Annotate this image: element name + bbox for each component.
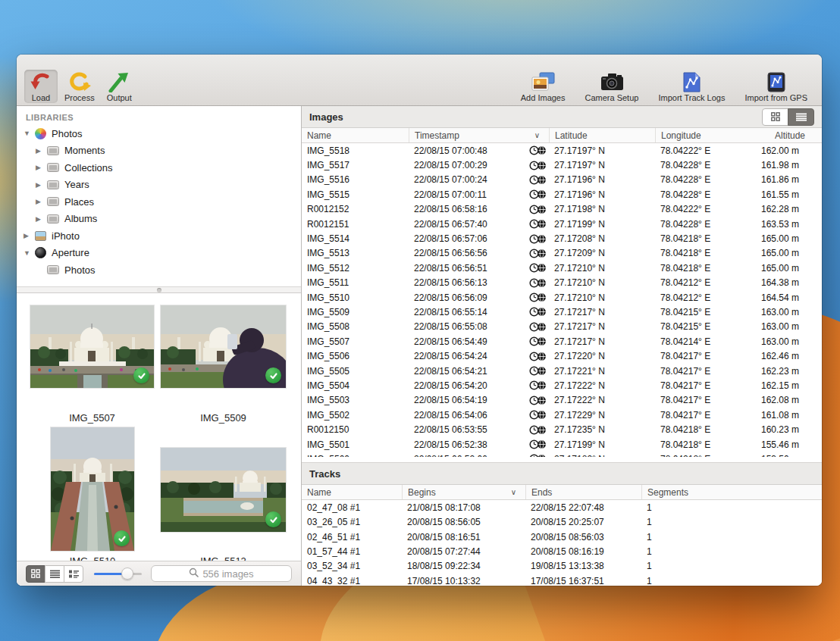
disclosure-triangle-icon[interactable] — [36, 215, 47, 223]
library-tree-item[interactable]: Photos — [17, 261, 301, 279]
process-button[interactable]: Process — [59, 70, 100, 103]
photo-thumbnail-img-5512[interactable] — [161, 448, 286, 532]
image-name-cell: IMG_5509 — [302, 307, 409, 317]
clock-globe-sync-icon — [529, 425, 547, 435]
image-altitude-cell: 161.55 m — [756, 189, 822, 200]
image-altitude-cell: 165.00 m — [756, 248, 822, 258]
image-latitude-cell: 27.17197° N — [549, 145, 655, 156]
images-list-view-button[interactable] — [788, 108, 814, 126]
image-latitude-cell: 27.17196° N — [549, 174, 655, 185]
image-table-row[interactable]: IMG_5500 22/08/15 06:52:06 27.17182° N 7… — [302, 452, 822, 457]
images-grid-view-button[interactable] — [762, 108, 788, 126]
image-timestamp-cell: 22/08/15 06:54:49 — [409, 336, 549, 347]
photo-thumbnail-img-5509[interactable] — [161, 305, 286, 388]
column-header-timestamp[interactable]: Timestamp — [409, 128, 549, 142]
library-tree-item[interactable]: Moments — [17, 142, 301, 160]
library-tree-item[interactable]: Albums — [17, 211, 301, 228]
disclosure-triangle-icon[interactable] — [36, 198, 47, 205]
image-table-row[interactable]: IMG_5518 22/08/15 07:00:48 27.17197° N 7… — [302, 143, 822, 158]
image-table-row[interactable]: IMG_5517 22/08/15 07:00:29 27.17197° N 7… — [302, 158, 822, 172]
import-track-logs-button[interactable]: Import Track Logs — [653, 70, 730, 103]
library-tree-item[interactable]: iPhoto — [17, 227, 301, 245]
library-tree-item[interactable]: Photos — [17, 125, 301, 142]
image-table-row[interactable]: IMG_5504 22/08/15 06:54:20 27.17222° N 7… — [302, 378, 822, 392]
image-table-row[interactable]: IMG_5514 22/08/15 06:57:06 27.17208° N 7… — [302, 231, 822, 245]
image-latitude-cell: 27.17210° N — [549, 277, 655, 288]
disclosure-triangle-icon[interactable] — [36, 164, 47, 171]
thumbnail-label: IMG_5509 — [161, 412, 286, 424]
track-table-row[interactable]: 03_26_05 #1 20/08/15 08:56:05 20/08/15 2… — [302, 514, 822, 529]
library-tree-item[interactable]: Years — [17, 177, 301, 194]
column-header-begins[interactable]: Begins — [402, 485, 525, 499]
list-view-button[interactable] — [45, 565, 64, 583]
disclosure-triangle-icon[interactable] — [36, 181, 47, 189]
image-altitude-cell: 155.46 m — [756, 439, 822, 450]
track-ends-cell: 20/08/15 08:56:03 — [525, 532, 641, 543]
image-name-cell: IMG_5512 — [302, 263, 409, 274]
sort-descending-icon — [511, 488, 516, 496]
image-table-row[interactable]: IMG_5511 22/08/15 06:56:13 27.17210° N 7… — [302, 276, 822, 290]
library-tree-item[interactable]: Aperture — [17, 245, 301, 262]
image-table-row[interactable]: IMG_5513 22/08/15 06:56:56 27.17209° N 7… — [302, 246, 822, 261]
toolbar-right-group: Add Images Camera Setup Import Track Log… — [516, 70, 814, 103]
track-table-row[interactable]: 02_46_51 #1 20/08/15 08:16:51 20/08/15 0… — [302, 530, 822, 544]
column-header-name[interactable]: Name — [302, 128, 409, 142]
thumbnail-size-slider[interactable] — [94, 568, 142, 580]
image-table-row[interactable]: IMG_5505 22/08/15 06:54:21 27.17221° N 7… — [302, 364, 822, 378]
track-table-row[interactable]: 02_47_08 #1 21/08/15 08:17:08 22/08/15 2… — [302, 500, 822, 514]
clock-globe-sync-icon — [529, 366, 547, 376]
disclosure-triangle-icon[interactable] — [36, 147, 47, 155]
image-table-row[interactable]: IMG_5510 22/08/15 06:56:09 27.17210° N 7… — [302, 290, 822, 305]
camera-icon — [598, 72, 625, 92]
library-tree-item[interactable]: Places — [17, 193, 301, 211]
image-timestamp-cell: 22/08/15 07:00:11 — [409, 189, 549, 200]
add-images-button[interactable]: Add Images — [516, 70, 571, 103]
image-table-row[interactable]: IMG_5509 22/08/15 06:55:14 27.17217° N 7… — [302, 305, 822, 319]
images-table: IMG_5518 22/08/15 07:00:48 27.17197° N 7… — [302, 143, 822, 457]
image-table-row[interactable]: IMG_5516 22/08/15 07:00:24 27.17196° N 7… — [302, 173, 822, 187]
image-table-row[interactable]: R0012151 22/08/15 06:57:40 27.17199° N 7… — [302, 217, 822, 231]
sidebar-splitter-handle[interactable] — [17, 286, 301, 293]
camera-setup-button[interactable]: Camera Setup — [579, 70, 644, 103]
column-header-segments[interactable]: Segments — [641, 485, 822, 499]
aperture-icon — [35, 247, 46, 258]
disclosure-triangle-icon[interactable] — [24, 232, 35, 239]
import-from-gps-button[interactable]: Import from GPS — [739, 70, 813, 103]
main-panel: Images Name Timestamp — [302, 106, 822, 586]
track-table-row[interactable]: 04_43_32 #1 17/08/15 10:13:32 17/08/15 1… — [302, 574, 822, 586]
image-table-row[interactable]: IMG_5506 22/08/15 06:54:24 27.17220° N 7… — [302, 349, 822, 363]
slider-thumb[interactable] — [121, 568, 133, 580]
disclosure-triangle-icon[interactable] — [24, 249, 35, 257]
image-table-row[interactable]: IMG_5502 22/08/15 06:54:06 27.17229° N 7… — [302, 408, 822, 422]
disclosure-triangle-icon[interactable] — [24, 130, 35, 137]
search-input[interactable]: 556 images — [151, 565, 292, 582]
image-longitude-cell: 78.04217° E — [655, 351, 756, 361]
column-header-track-name[interactable]: Name — [302, 485, 402, 499]
column-header-latitude[interactable]: Latitude — [549, 128, 655, 142]
image-table-row[interactable]: IMG_5512 22/08/15 06:56:51 27.17210° N 7… — [302, 261, 822, 275]
image-name-cell: IMG_5517 — [302, 160, 409, 170]
image-table-row[interactable]: IMG_5508 22/08/15 06:55:08 27.17217° N 7… — [302, 320, 822, 334]
grid-view-button[interactable] — [26, 565, 45, 583]
folder-icon — [47, 146, 59, 155]
image-table-row[interactable]: IMG_5515 22/08/15 07:00:11 27.17196° N 7… — [302, 187, 822, 202]
photo-thumbnail-img-5510[interactable] — [51, 427, 134, 551]
track-table-row[interactable]: 03_52_34 #1 18/08/15 09:22:34 19/08/15 1… — [302, 559, 822, 574]
image-table-row[interactable]: IMG_5507 22/08/15 06:54:49 27.17217° N 7… — [302, 334, 822, 349]
image-timestamp-cell: 22/08/15 07:00:48 — [409, 145, 549, 156]
image-table-row[interactable]: R0012150 22/08/15 06:53:55 27.17235° N 7… — [302, 422, 822, 436]
image-table-row[interactable]: R0012152 22/08/15 06:58:16 27.17198° N 7… — [302, 202, 822, 217]
column-header-longitude[interactable]: Longitude — [655, 128, 756, 142]
photos-app-icon — [35, 128, 46, 139]
column-header-ends[interactable]: Ends — [525, 485, 641, 499]
load-button[interactable]: Load — [24, 70, 58, 103]
image-table-row[interactable]: IMG_5503 22/08/15 06:54:19 27.17222° N 7… — [302, 393, 822, 408]
image-name-cell: IMG_5507 — [302, 336, 409, 347]
output-button[interactable]: Output — [102, 70, 137, 103]
detail-view-button[interactable] — [64, 565, 83, 583]
track-table-row[interactable]: 01_57_44 #1 20/08/15 07:27:44 20/08/15 0… — [302, 544, 822, 558]
column-header-altitude[interactable]: Altitude — [756, 128, 822, 142]
library-tree-item[interactable]: Collections — [17, 159, 301, 177]
photo-thumbnail-img-5507[interactable] — [30, 305, 154, 388]
image-table-row[interactable]: IMG_5501 22/08/15 06:52:38 27.17199° N 7… — [302, 437, 822, 452]
